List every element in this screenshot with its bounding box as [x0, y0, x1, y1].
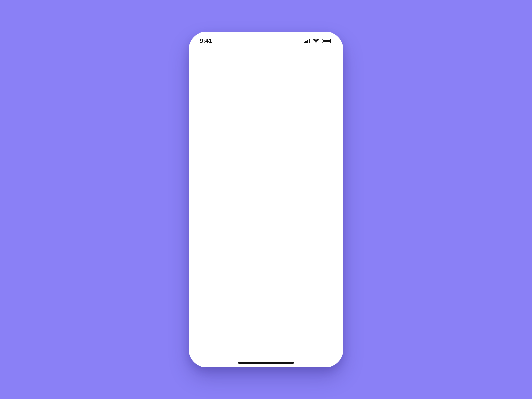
home-indicator[interactable] [238, 362, 294, 364]
svg-point-0 [315, 42, 316, 43]
status-icons [304, 39, 332, 43]
wifi-icon [313, 39, 319, 43]
phone-frame: 9:41 [189, 32, 343, 367]
status-time: 9:41 [200, 37, 212, 45]
battery-icon [322, 39, 332, 43]
status-bar: 9:41 [189, 32, 343, 50]
cellular-signal-icon [304, 39, 310, 43]
